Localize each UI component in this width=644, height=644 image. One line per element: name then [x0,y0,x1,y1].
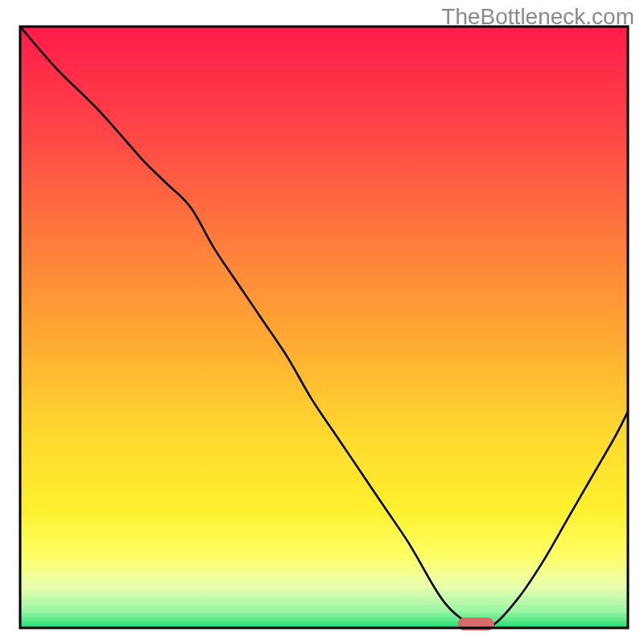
plot-gradient-background [20,27,628,628]
bottleneck-chart-svg [0,0,644,644]
chart-container: TheBottleneck.com [0,0,644,644]
